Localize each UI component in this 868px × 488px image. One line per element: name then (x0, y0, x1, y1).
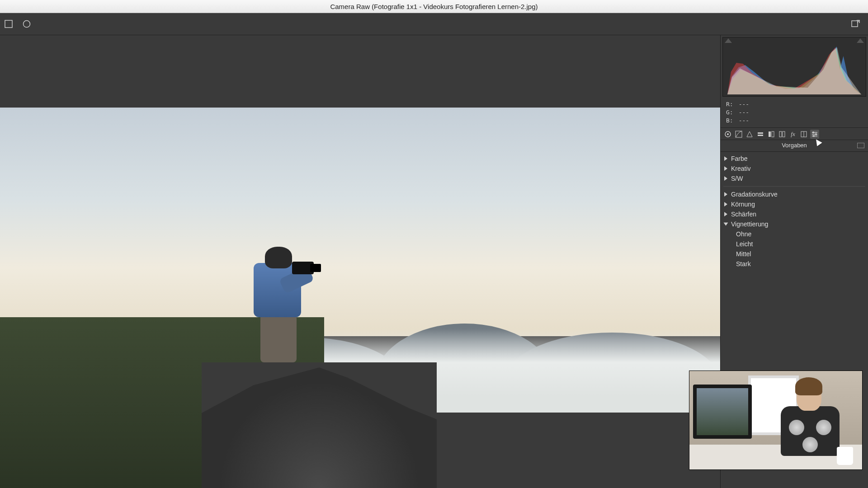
preset-item-leicht[interactable]: Leicht (723, 239, 865, 249)
b-label: B: (726, 117, 733, 125)
preset-group-sw[interactable]: S/W (723, 174, 865, 183)
preset-list: Farbe Kreativ S/W Gradationskurve (721, 152, 868, 271)
g-label: G: (726, 108, 733, 117)
preset-group-label: Vignettierung (731, 221, 768, 228)
svg-rect-10 (779, 131, 782, 137)
app-window: Camera Raw (Fotografie 1x1 - Videokurs F… (0, 0, 868, 488)
g-value: --- (739, 108, 749, 117)
svg-rect-7 (758, 135, 763, 136)
disclosure-icon (724, 192, 727, 197)
panel-tabstrip: fx (721, 128, 868, 140)
preset-group-gradationskurve[interactable]: Gradationskurve (723, 189, 865, 199)
split-toning-tab-icon[interactable] (767, 130, 776, 139)
preset-group-label: Schärfen (731, 211, 756, 218)
histogram-plot (727, 45, 861, 94)
panel-title: Vorgaben (782, 142, 807, 149)
svg-point-4 (727, 133, 729, 135)
svg-rect-0 (5, 20, 12, 28)
svg-rect-2 (852, 21, 858, 27)
canvas-area (0, 35, 720, 488)
photo-mock (0, 108, 720, 488)
webcam-overlay (689, 371, 863, 470)
disclosure-icon (724, 156, 727, 161)
tone-curve-tab-icon[interactable] (734, 130, 743, 139)
b-value: --- (739, 117, 749, 125)
disclosure-open-icon (724, 223, 728, 226)
preset-group-schaerfen[interactable]: Schärfen (723, 209, 865, 219)
effects-tab-icon[interactable]: fx (788, 130, 797, 139)
preset-group-farbe[interactable]: Farbe (723, 154, 865, 164)
disclosure-icon (724, 212, 727, 216)
hsl-tab-icon[interactable] (756, 130, 765, 139)
svg-point-1 (24, 21, 30, 28)
preset-group-label: Körnung (731, 201, 755, 208)
preset-group-label: Gradationskurve (731, 191, 778, 198)
shadow-clip-icon[interactable] (725, 38, 732, 43)
svg-rect-8 (769, 131, 771, 137)
highlight-clip-icon[interactable] (857, 38, 864, 43)
canvas-padding (0, 35, 720, 108)
disclosure-icon (724, 166, 727, 171)
preset-item-ohne[interactable]: Ohne (723, 229, 865, 239)
preset-group-koernung[interactable]: Körnung (723, 199, 865, 209)
top-toolbar (0, 13, 868, 35)
window-title: Camera Raw (Fotografie 1x1 - Videokurs F… (330, 3, 538, 10)
svg-rect-11 (783, 131, 785, 137)
lens-corrections-tab-icon[interactable] (778, 130, 787, 139)
svg-rect-9 (772, 131, 774, 137)
preset-item-mittel[interactable]: Mittel (723, 249, 865, 259)
svg-point-17 (812, 131, 814, 133)
fullscreen-toggle-icon[interactable] (851, 19, 861, 29)
preset-group-kreativ[interactable]: Kreativ (723, 164, 865, 174)
rgb-readout: R:--- G:--- B:--- (721, 99, 868, 128)
square-tool-icon[interactable] (4, 19, 14, 29)
panel-menu-icon[interactable] (857, 143, 864, 148)
preset-group-vignettierung[interactable]: Vignettierung (723, 219, 865, 229)
preset-group-label: Farbe (731, 155, 748, 162)
svg-point-19 (813, 135, 815, 137)
r-value: --- (739, 100, 749, 108)
image-preview[interactable] (0, 108, 720, 488)
histogram[interactable] (722, 37, 866, 97)
preset-group-label: Kreativ (731, 165, 751, 172)
preset-item-stark[interactable]: Stark (723, 259, 865, 269)
photo-subject (238, 245, 319, 362)
disclosure-icon (724, 202, 727, 206)
circle-tool-icon[interactable] (22, 19, 32, 29)
preset-separator (723, 186, 865, 187)
svg-rect-6 (758, 132, 763, 134)
r-label: R: (726, 100, 733, 108)
titlebar: Camera Raw (Fotografie 1x1 - Videokurs F… (0, 0, 868, 13)
presets-tab-icon[interactable] (810, 130, 819, 139)
calibration-tab-icon[interactable] (799, 130, 808, 139)
panel-title-row: Vorgaben (721, 140, 868, 152)
toolbar-left-group (4, 19, 32, 29)
disclosure-icon (724, 176, 727, 181)
preset-group-label: S/W (731, 175, 743, 182)
detail-tab-icon[interactable] (745, 130, 754, 139)
svg-point-18 (815, 133, 817, 135)
basic-tab-icon[interactable] (723, 130, 732, 139)
